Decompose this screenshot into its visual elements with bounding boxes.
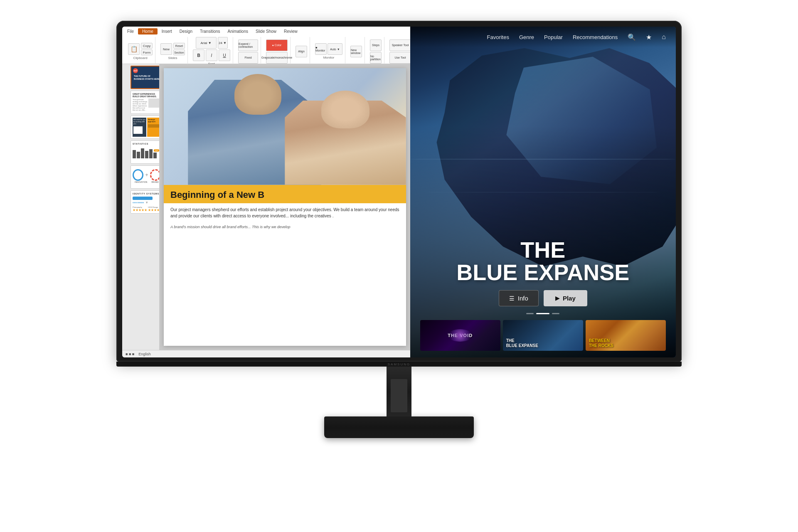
align-group: Align bbox=[293, 37, 310, 66]
favorites-star-icon[interactable]: ★ bbox=[646, 33, 652, 41]
no-partition-button[interactable]: No partition bbox=[370, 52, 382, 64]
slide-2-bg: GREAT EXPERIENCES BUILD GREAT BRANDS. Th… bbox=[131, 91, 160, 113]
search-icon[interactable]: 🔍 bbox=[628, 33, 636, 41]
slide-3-bar bbox=[148, 124, 160, 128]
slide-6-title: IDENTITY SYSTEMS bbox=[133, 192, 160, 195]
thumb-between-rocks[interactable]: BETWEEN THE ROCKS bbox=[586, 320, 666, 351]
circle-brand bbox=[150, 169, 160, 181]
nav-favorites[interactable]: Favorites bbox=[487, 34, 509, 40]
italic-button[interactable]: I bbox=[206, 49, 217, 61]
monitor-stand-neck bbox=[387, 367, 411, 416]
slide-5-labels: INNOVATION BRAND bbox=[133, 181, 160, 183]
play-button-label: Play bbox=[563, 295, 576, 302]
dot-3 bbox=[552, 313, 559, 314]
thumbnail-row: THE VOID THE BLUE EXPANSE BET bbox=[420, 320, 666, 351]
slides-icons: New Reset Section bbox=[160, 43, 185, 55]
play-button[interactable]: ▶ Play bbox=[544, 290, 587, 306]
steps-group: Steps No partition bbox=[367, 37, 384, 66]
slide-3-img bbox=[133, 126, 143, 134]
info-button-label: Info bbox=[518, 295, 528, 302]
expanse-label-line2: BLUE EXPANSE bbox=[506, 343, 538, 348]
expand-arrow: ▼ bbox=[145, 201, 148, 204]
monitor-button[interactable]: ■ Monitor bbox=[315, 43, 327, 55]
person-2-head bbox=[321, 91, 370, 128]
slide-2-thumb[interactable]: GREAT EXPERIENCES BUILD GREAT BRANDS. Th… bbox=[131, 91, 160, 114]
expand-button[interactable]: Expand / contraction bbox=[238, 39, 258, 51]
align-button[interactable]: Align bbox=[296, 46, 307, 57]
font-select[interactable]: Arial ▼ bbox=[196, 37, 217, 49]
language-indicator: English bbox=[138, 352, 151, 356]
slide-4-thumb[interactable]: STATISTICS bbox=[131, 140, 160, 164]
nav-popular[interactable]: Popular bbox=[544, 34, 563, 40]
slides-label: Slides bbox=[168, 56, 177, 60]
format-button[interactable]: Form bbox=[141, 49, 153, 55]
speaker-tool-button[interactable]: Speaker Tool bbox=[389, 39, 410, 51]
person-2-area bbox=[285, 86, 406, 185]
speaker-group: Speaker Tool Use Tool bbox=[387, 37, 410, 66]
plus-icon: + bbox=[145, 172, 148, 178]
new-slide-button[interactable]: New bbox=[160, 43, 172, 55]
tab-design[interactable]: Design bbox=[176, 28, 196, 34]
innovation-label: INNOVATION bbox=[135, 181, 147, 183]
monitor-bottom-bar: SAMSUNG bbox=[116, 362, 682, 367]
clipboard-icons: 📋 Copy Form bbox=[128, 43, 153, 55]
thumb-blue-expanse[interactable]: THE BLUE EXPANSE bbox=[503, 320, 583, 351]
slide-5-thumb[interactable]: + INNOVATION BRAND bbox=[131, 165, 160, 189]
slide-6-bg: IDENTITY SYSTEMS UX/UI DESIGN ▼ Photogra… bbox=[131, 191, 160, 213]
col-1: Photography ★★★★★ bbox=[133, 206, 147, 212]
expand-group: Expand / contraction Fixed bbox=[236, 37, 261, 66]
slide-3-text: We work for you by working with you. bbox=[133, 118, 145, 125]
brand-label: SAMSUNG bbox=[388, 362, 410, 366]
slide-4-badge: 32 bbox=[154, 149, 159, 152]
auto-button[interactable]: Auto ▼ bbox=[328, 43, 342, 55]
slide-5-circles: + bbox=[133, 169, 160, 181]
tab-slideshow[interactable]: Slide Show bbox=[252, 28, 280, 34]
color-button[interactable]: ● Color bbox=[266, 39, 288, 51]
underline-button[interactable]: U bbox=[219, 49, 230, 61]
slide-3-thumb[interactable]: We work for you by working with you. Str… bbox=[131, 116, 160, 139]
tab-home[interactable]: Home bbox=[138, 28, 158, 34]
steps-button[interactable]: Steps bbox=[370, 39, 382, 51]
play-icon: ▶ bbox=[555, 295, 559, 301]
section-button[interactable]: Section bbox=[173, 49, 185, 55]
tab-animations[interactable]: Animations bbox=[224, 28, 251, 34]
tab-review[interactable]: Review bbox=[281, 28, 301, 34]
copy-button[interactable]: Copy bbox=[141, 43, 153, 49]
powerpoint-app: File Home Insert Design Transitions Anim… bbox=[122, 27, 410, 357]
monitor-group: ■ Monitor Auto ▼ Monitor bbox=[313, 37, 345, 66]
nav-genre[interactable]: Genre bbox=[519, 34, 534, 40]
bold-button[interactable]: B bbox=[193, 49, 204, 61]
monitor-stand-base bbox=[324, 416, 474, 438]
tab-file[interactable]: File bbox=[124, 28, 137, 34]
home-icon[interactable]: ⌂ bbox=[662, 33, 666, 41]
slide-1-thumb[interactable]: m7 THE FUTURE OF BUSINESS STARTS HERE. bbox=[131, 66, 160, 89]
rocks-label-line1: BETWEEN bbox=[589, 338, 610, 343]
slide-1-icon: m7 bbox=[133, 68, 138, 73]
nav-recommendations[interactable]: Recommendations bbox=[573, 34, 618, 40]
stream-content: THE BLUE EXPANSE ☰ Info ▶ Play bbox=[410, 239, 676, 357]
font-size[interactable]: 24 ▼ bbox=[218, 37, 228, 49]
progress-indicators bbox=[420, 313, 666, 314]
paste-button[interactable]: 📋 bbox=[128, 43, 140, 55]
ppt-canvas: Beginning of a New B Our project manager… bbox=[160, 64, 410, 350]
thumb-the-void[interactable]: THE VOID bbox=[420, 320, 500, 351]
slides-group: New Reset Section Slides bbox=[158, 37, 188, 66]
tab-transitions[interactable]: Transitions bbox=[197, 28, 224, 34]
screen: File Home Insert Design Transitions Anim… bbox=[122, 27, 676, 357]
info-button[interactable]: ☰ Info bbox=[499, 290, 539, 306]
slide-indicator: ■ ■ ■ bbox=[126, 352, 134, 356]
monitor-bezel: File Home Insert Design Transitions Anim… bbox=[116, 21, 682, 362]
streaming-app: Favorites Genre Popular Recommendations … bbox=[410, 27, 676, 357]
slide-4-bg: STATISTICS bbox=[131, 141, 160, 163]
slide-6-thumb[interactable]: IDENTITY SYSTEMS UX/UI DESIGN ▼ Photogra… bbox=[131, 190, 160, 214]
use-tool-button[interactable]: Use Tool bbox=[389, 52, 410, 64]
tab-insert[interactable]: Insert bbox=[158, 28, 175, 34]
reset-button[interactable]: Reset bbox=[173, 43, 185, 49]
col-1-stars: ★★★★★ bbox=[133, 208, 147, 212]
fixed-button[interactable]: Fixed bbox=[238, 52, 258, 64]
font-format-icons: B I U bbox=[193, 49, 230, 61]
new-window-button[interactable]: New window bbox=[350, 46, 362, 57]
bar-3 bbox=[141, 148, 144, 158]
grayscale-button[interactable]: Grayscale/monochrome bbox=[266, 52, 288, 64]
slide-3-container: 3 We work for you by working with you. S… bbox=[124, 116, 158, 139]
